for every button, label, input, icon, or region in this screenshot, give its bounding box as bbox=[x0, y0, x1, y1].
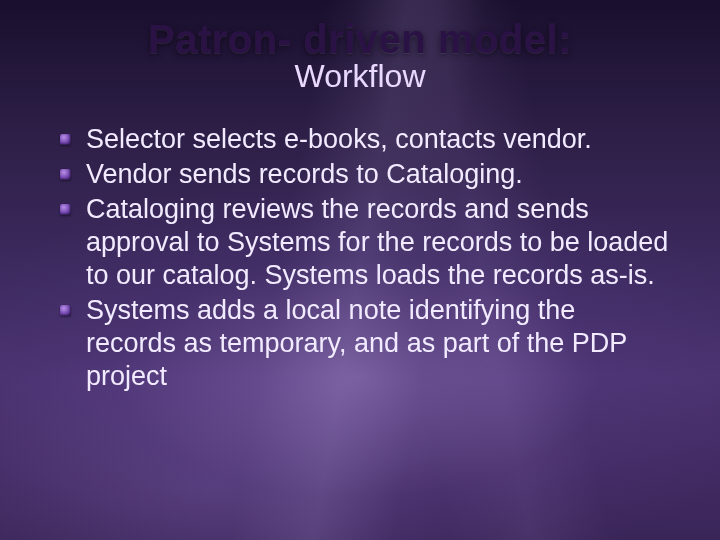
list-item-text: Systems adds a local note identifying th… bbox=[86, 295, 627, 391]
list-item-text: Selector selects e-books, contacts vendo… bbox=[86, 124, 592, 154]
slide: Patron- driven model: Workflow Selector … bbox=[0, 0, 720, 540]
slide-title: Patron- driven model: bbox=[48, 18, 672, 60]
workflow-list: Selector selects e-books, contacts vendo… bbox=[48, 123, 672, 393]
bullet-icon bbox=[60, 169, 71, 180]
list-item-text: Cataloging reviews the records and sends… bbox=[86, 194, 668, 290]
bullet-icon bbox=[60, 305, 71, 316]
slide-subtitle: Workflow bbox=[48, 58, 672, 95]
bullet-icon bbox=[60, 204, 71, 215]
bullet-icon bbox=[60, 134, 71, 145]
list-item-text: Vendor sends records to Cataloging. bbox=[86, 159, 523, 189]
list-item: Vendor sends records to Cataloging. bbox=[60, 158, 672, 191]
list-item: Systems adds a local note identifying th… bbox=[60, 294, 672, 393]
list-item: Cataloging reviews the records and sends… bbox=[60, 193, 672, 292]
list-item: Selector selects e-books, contacts vendo… bbox=[60, 123, 672, 156]
